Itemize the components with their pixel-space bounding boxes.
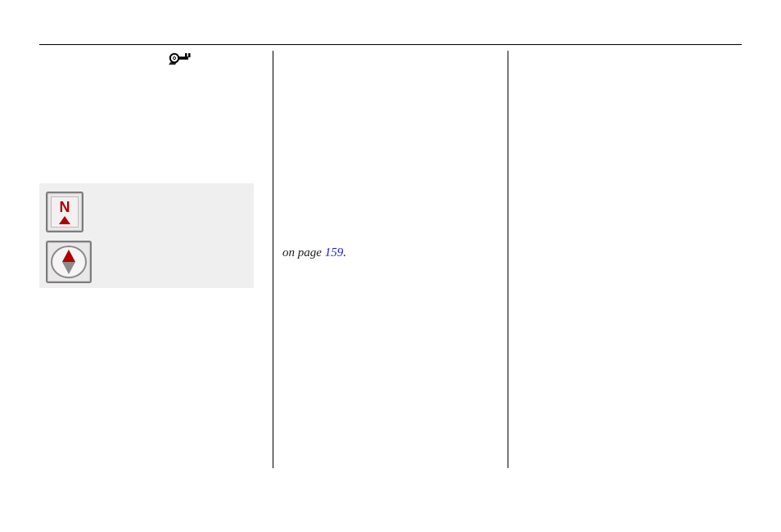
key-icon (169, 51, 192, 65)
page: N on page 159. (0, 0, 781, 532)
svg-rect-3 (185, 53, 187, 57)
cross-reference-suffix: . (343, 246, 346, 259)
svg-rect-4 (188, 53, 191, 57)
column-separator (508, 51, 508, 468)
compass-needle-icon (62, 250, 75, 274)
up-arrow-icon (59, 216, 70, 224)
page-number-link[interactable]: 159 (325, 246, 344, 259)
cross-reference-prefix: on page (282, 246, 325, 259)
north-up-icon: N (51, 196, 79, 228)
north-up-button[interactable]: N (46, 192, 84, 232)
horizontal-rule (39, 44, 742, 45)
orientation-buttons-panel: N (39, 183, 254, 288)
north-letter: N (60, 200, 70, 214)
column-separator (273, 51, 273, 468)
cross-reference: on page 159. (282, 246, 346, 259)
svg-point-1 (173, 56, 175, 59)
heading-up-button[interactable] (46, 241, 92, 283)
